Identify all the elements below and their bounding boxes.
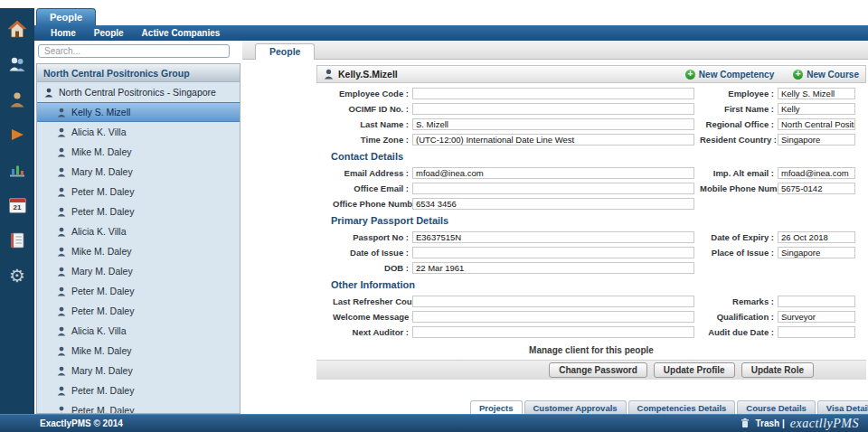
person-name: Mike M. Daley xyxy=(71,146,132,157)
nav-link-people[interactable]: People xyxy=(85,25,133,41)
trash-icon[interactable] xyxy=(741,418,750,430)
tree-person-item[interactable]: Peter M. Daley xyxy=(37,202,240,221)
tree-person-item[interactable]: Mike M. Daley xyxy=(37,341,240,361)
tree-person-item[interactable]: Mary M. Daley xyxy=(37,361,240,380)
tree-people-list: Kelly S. MizellAlicia K. VillaMike M. Da… xyxy=(37,102,240,414)
field-value[interactable]: 26 Oct 2018 xyxy=(778,231,855,243)
bottom-tab-projects[interactable]: Projects xyxy=(470,400,523,414)
field-value[interactable] xyxy=(412,103,694,115)
tree-person-item[interactable]: Peter M. Daley xyxy=(37,182,240,202)
field-value[interactable]: mfoad@inea.com xyxy=(412,167,694,179)
field-value[interactable] xyxy=(778,296,855,307)
tree-person-item[interactable]: Alicia K. Villa xyxy=(37,122,240,142)
person-name: Kelly S. Mizell xyxy=(71,107,130,117)
person-name: Alicia K. Villa xyxy=(71,325,127,336)
search-input[interactable] xyxy=(38,44,230,58)
field-value[interactable] xyxy=(412,88,694,99)
tree-person-item[interactable]: Mike M. Daley xyxy=(37,241,240,261)
tree-person-item[interactable]: Mary M. Daley xyxy=(37,162,240,182)
person-detail-name: Kelly.S.Mizell xyxy=(338,69,398,80)
tree-person-item[interactable]: Alicia K. Villa xyxy=(37,321,240,341)
icon-sidebar: 21 ⚙ xyxy=(0,8,34,432)
field-label: Place of Issue : xyxy=(700,248,778,258)
field-value[interactable] xyxy=(778,326,855,338)
update-role-button[interactable]: Update Role xyxy=(741,362,814,378)
calendar-icon[interactable]: 21 xyxy=(6,195,28,215)
person-name: Peter M. Daley xyxy=(71,186,134,197)
person-icon xyxy=(57,207,67,217)
field-value[interactable]: North Central Positronics xyxy=(778,118,855,130)
field-value[interactable]: Kelly S. Mizell xyxy=(778,88,855,99)
tree-group-header[interactable]: North Central Positronics Group xyxy=(37,64,240,82)
person-name: Mary M. Daley xyxy=(71,166,133,177)
person-name: Mike M. Daley xyxy=(71,246,132,257)
tab-people-window[interactable]: People xyxy=(36,8,96,25)
person-icon xyxy=(57,247,67,257)
field-label: Time Zone : xyxy=(333,135,412,145)
settings-icon[interactable]: ⚙ xyxy=(6,266,28,286)
field-value[interactable] xyxy=(412,247,694,258)
field-value[interactable]: Singapore xyxy=(778,134,855,146)
field-value[interactable]: S. Mizell xyxy=(412,118,694,130)
field-label: Date of Issue : xyxy=(333,248,412,258)
field-value[interactable] xyxy=(412,296,694,307)
new-competency-button[interactable]: New Competency xyxy=(685,70,774,80)
field-value[interactable]: E3637515N xyxy=(412,231,694,243)
form-row: Last Refresher Course :Remarks : xyxy=(316,294,866,309)
people-icon[interactable] xyxy=(6,54,28,74)
field-label: Imp. Alt email : xyxy=(700,168,778,178)
person-icon xyxy=(57,167,67,177)
tree-person-item[interactable]: Mike M. Daley xyxy=(37,142,240,162)
bottom-tab-course-details[interactable]: Course Details xyxy=(737,400,816,414)
manage-client-link[interactable]: Manage client for this people xyxy=(316,345,866,355)
tree-company-item[interactable]: North Central Positronics - Singapore xyxy=(37,82,240,102)
field-label: First Name : xyxy=(700,104,778,114)
field-value[interactable]: (UTC-12:00) International Date Line West xyxy=(412,134,694,146)
field-value[interactable]: 22 Mar 1961 xyxy=(412,262,694,274)
home-icon[interactable] xyxy=(6,19,28,39)
field-label: Audit due Date : xyxy=(700,327,778,337)
nav-link-active-companies[interactable]: Active Companies xyxy=(133,25,230,41)
bottom-tab-customer-approvals[interactable]: Customer Approvals xyxy=(524,400,627,414)
field-label: Office Phone Number : xyxy=(333,199,412,209)
field-value[interactable]: Singapore xyxy=(778,247,855,258)
person-icon[interactable] xyxy=(6,89,28,109)
field-value[interactable]: Kelly xyxy=(778,103,855,115)
field-value[interactable]: mfoad@inea.com xyxy=(778,167,855,179)
update-profile-button[interactable]: Update Profile xyxy=(654,362,735,378)
person-name: Peter M. Daley xyxy=(71,286,134,296)
trash-link[interactable]: Trash | xyxy=(755,418,784,428)
field-value[interactable]: 5675-0142 xyxy=(778,183,855,194)
launch-icon[interactable] xyxy=(6,125,28,145)
tree-person-item[interactable]: Peter M. Daley xyxy=(37,380,240,400)
tab-people-content[interactable]: People xyxy=(255,43,315,61)
field-value[interactable] xyxy=(412,183,694,194)
field-value[interactable] xyxy=(412,311,694,323)
tree-person-item[interactable]: Mary M. Daley xyxy=(37,261,240,281)
notes-icon[interactable] xyxy=(6,230,28,250)
chart-icon[interactable] xyxy=(6,160,28,180)
person-icon xyxy=(324,69,334,80)
field-value[interactable] xyxy=(412,326,694,338)
tree-person-item[interactable]: Peter M. Daley xyxy=(37,400,240,414)
new-competency-label: New Competency xyxy=(699,70,774,80)
person-icon xyxy=(57,306,67,316)
bottom-tab-visa-details[interactable]: Visa Details xyxy=(817,400,868,414)
tree-person-item[interactable]: Peter M. Daley xyxy=(37,281,240,301)
field-value[interactable]: Surveyor xyxy=(778,311,855,323)
tree-person-item[interactable]: Peter M. Daley xyxy=(37,301,240,321)
field-label: Employee Code : xyxy=(333,89,412,99)
field-label: DOB : xyxy=(333,263,412,273)
person-icon xyxy=(57,286,67,296)
tree-person-item[interactable]: Kelly S. Mizell xyxy=(37,102,240,122)
field-label: Resident Country : xyxy=(700,135,778,145)
person-icon xyxy=(57,108,67,117)
tree-person-item[interactable]: Alicia K. Villa xyxy=(37,221,240,241)
change-password-button[interactable]: Change Password xyxy=(549,362,647,378)
form-row: Email Address :mfoad@inea.comImp. Alt em… xyxy=(316,165,866,181)
nav-link-home[interactable]: Home xyxy=(42,25,85,41)
field-value[interactable]: 6534 3456 xyxy=(412,198,694,210)
bottom-tabstrip: ProjectsCustomer ApprovalsCompetencies D… xyxy=(242,400,868,414)
bottom-tab-competencies-details[interactable]: Competencies Details xyxy=(628,400,736,414)
new-course-button[interactable]: New Course xyxy=(793,70,859,80)
